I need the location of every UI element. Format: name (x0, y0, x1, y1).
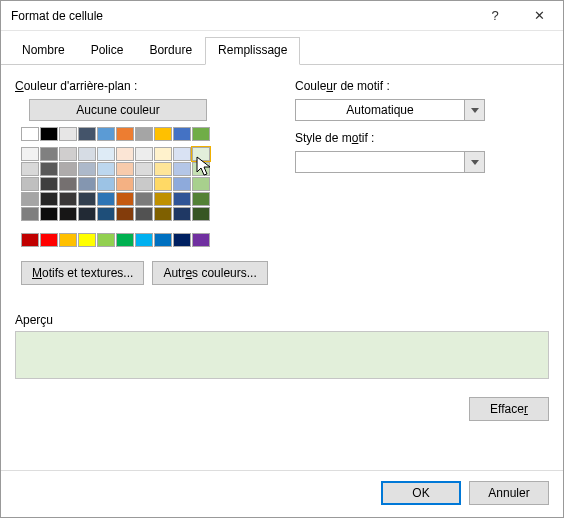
background-color-label: Couleur d'arrière-plan : (15, 79, 285, 93)
color-swatch[interactable] (97, 127, 115, 141)
color-swatch[interactable] (154, 127, 172, 141)
color-swatch[interactable] (40, 162, 58, 176)
pattern-color-select[interactable]: Automatique (295, 99, 485, 121)
color-swatch[interactable] (59, 162, 77, 176)
color-swatch[interactable] (135, 177, 153, 191)
preview-label: Aperçu (15, 313, 549, 327)
color-swatch[interactable] (192, 192, 210, 206)
color-swatch[interactable] (116, 127, 134, 141)
color-swatch[interactable] (97, 207, 115, 221)
color-swatch[interactable] (40, 233, 58, 247)
theme-color-row (21, 127, 211, 141)
tab-number[interactable]: Nombre (9, 37, 78, 64)
color-swatch[interactable] (192, 162, 210, 176)
window-title: Format de cellule (11, 9, 473, 23)
color-swatch[interactable] (78, 127, 96, 141)
color-swatch[interactable] (97, 162, 115, 176)
color-swatch[interactable] (78, 233, 96, 247)
color-swatch[interactable] (173, 177, 191, 191)
color-swatch[interactable] (173, 127, 191, 141)
color-swatch[interactable] (135, 192, 153, 206)
color-swatch[interactable] (173, 233, 191, 247)
color-swatch[interactable] (192, 207, 210, 221)
tab-bar: Nombre Police Bordure Remplissage (1, 31, 563, 65)
color-swatch[interactable] (135, 147, 153, 161)
color-swatch[interactable] (154, 177, 172, 191)
tab-content-fill: Couleur d'arrière-plan : Aucune couleur … (1, 65, 563, 470)
tab-border[interactable]: Bordure (136, 37, 205, 64)
color-swatch[interactable] (21, 207, 39, 221)
color-swatch[interactable] (40, 207, 58, 221)
color-swatch[interactable] (192, 147, 210, 161)
dialog-buttons: OK Annuler (1, 470, 563, 517)
chevron-down-icon (464, 100, 484, 120)
color-swatch[interactable] (59, 192, 77, 206)
color-swatch[interactable] (154, 192, 172, 206)
color-swatch[interactable] (40, 177, 58, 191)
standard-color-row (21, 233, 211, 247)
color-swatch[interactable] (97, 192, 115, 206)
color-swatch[interactable] (21, 127, 39, 141)
color-swatch[interactable] (173, 147, 191, 161)
color-swatch[interactable] (21, 192, 39, 206)
color-swatch[interactable] (135, 162, 153, 176)
cancel-button[interactable]: Annuler (469, 481, 549, 505)
color-swatch[interactable] (116, 207, 134, 221)
color-swatch[interactable] (154, 147, 172, 161)
color-swatch[interactable] (135, 233, 153, 247)
ok-button[interactable]: OK (381, 481, 461, 505)
pattern-style-select[interactable] (295, 151, 485, 173)
color-swatch[interactable] (21, 147, 39, 161)
color-swatch[interactable] (116, 162, 134, 176)
color-swatch[interactable] (192, 233, 210, 247)
fill-effects-button[interactable]: Motifs et textures... (21, 261, 144, 285)
color-swatch[interactable] (59, 233, 77, 247)
color-swatch[interactable] (135, 127, 153, 141)
color-swatch[interactable] (78, 207, 96, 221)
color-swatch[interactable] (78, 147, 96, 161)
color-swatch[interactable] (40, 147, 58, 161)
color-swatch[interactable] (59, 207, 77, 221)
color-swatch[interactable] (59, 127, 77, 141)
color-swatch[interactable] (135, 207, 153, 221)
color-swatch[interactable] (173, 192, 191, 206)
no-color-button[interactable]: Aucune couleur (29, 99, 207, 121)
help-button[interactable]: ? (473, 2, 517, 30)
color-swatch[interactable] (59, 147, 77, 161)
color-swatch[interactable] (116, 192, 134, 206)
color-swatch[interactable] (40, 192, 58, 206)
color-swatch[interactable] (40, 127, 58, 141)
color-swatch[interactable] (21, 162, 39, 176)
help-icon: ? (491, 8, 498, 23)
color-swatch[interactable] (116, 177, 134, 191)
color-swatch[interactable] (154, 233, 172, 247)
theme-shade-grid (21, 147, 211, 221)
color-swatch[interactable] (97, 147, 115, 161)
color-swatch[interactable] (21, 177, 39, 191)
color-swatch[interactable] (78, 192, 96, 206)
close-button[interactable]: ✕ (517, 2, 561, 30)
color-swatch[interactable] (173, 207, 191, 221)
chevron-down-icon (464, 152, 484, 172)
color-swatch[interactable] (97, 177, 115, 191)
preview-box (15, 331, 549, 379)
color-swatch[interactable] (78, 162, 96, 176)
color-swatch[interactable] (97, 233, 115, 247)
color-swatch[interactable] (21, 233, 39, 247)
tab-font[interactable]: Police (78, 37, 137, 64)
color-swatch[interactable] (59, 177, 77, 191)
color-swatch[interactable] (192, 127, 210, 141)
color-swatch[interactable] (116, 233, 134, 247)
clear-button[interactable]: Effacer (469, 397, 549, 421)
color-swatch[interactable] (154, 162, 172, 176)
color-swatch[interactable] (116, 147, 134, 161)
titlebar: Format de cellule ? ✕ (1, 1, 563, 31)
color-swatch[interactable] (192, 177, 210, 191)
color-swatch[interactable] (173, 162, 191, 176)
pattern-style-label: Style de motif : (295, 131, 549, 145)
pattern-color-value: Automatique (296, 103, 464, 117)
tab-fill[interactable]: Remplissage (205, 37, 300, 65)
more-colors-button[interactable]: Autres couleurs... (152, 261, 267, 285)
color-swatch[interactable] (78, 177, 96, 191)
color-swatch[interactable] (154, 207, 172, 221)
